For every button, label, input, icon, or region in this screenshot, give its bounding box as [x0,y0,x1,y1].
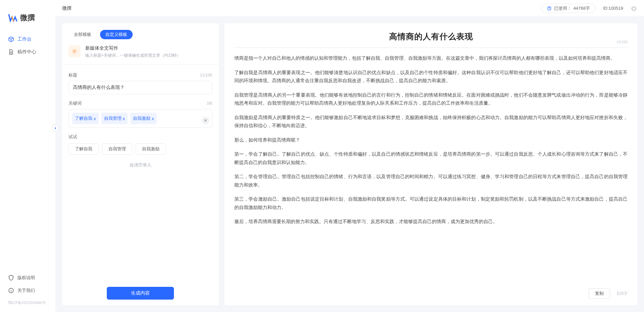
chip-remove-icon[interactable]: x [123,116,125,121]
output-paragraph: 最后，培养高情商需要长期的努力和实践。只有通过不断地学习、反思和实践，才能够提高… [234,217,628,226]
suggest-label: 试试 [68,134,77,140]
page-title: 微撰 [62,5,72,11]
auto-clear-toggle[interactable]: 自清空录入 [68,162,212,168]
output-title[interactable]: 高情商的人有什么表现 [234,31,628,42]
power-icon [631,5,637,11]
text-icon [547,6,552,11]
topbar: 微撰 已使用： 44768字 ID:100519 [55,0,644,17]
output-panel: 高情商的人有什么表现 10/100 情商是指一个人对自己和他人的情感的认知和管理… [224,23,638,306]
title-counter: 11/100 [200,73,212,77]
sidebar: 微撰 工作台 稿件中心 版权说明 [0,0,55,312]
sidebar-item-about[interactable]: 关于我们 [0,284,55,297]
usage-pill[interactable]: 已使用： 44768字 [541,4,596,13]
divider [62,64,219,65]
logo-text: 微撰 [20,13,35,23]
app-logo: 微撰 [0,5,55,33]
tab-custom-templates[interactable]: 自定义模板 [100,30,133,39]
template-desc: 输入标题+关键词，一键准确生成所需文章（约15秒） [85,53,181,58]
template-name: 新媒体全文写作 [85,45,181,51]
keyword-chip-text: 了解自我 [75,115,92,121]
chip-remove-icon[interactable]: x [152,116,154,121]
keyword-box[interactable]: 了解自我x 自我管理x 自我激励x [68,109,212,128]
keyword-label: 关键词 [68,100,82,106]
template-card[interactable]: 新媒体全文写作 输入标题+关键词，一键准确生成所需文章（约15秒） [62,45,219,63]
sidebar-item-drafts[interactable]: 稿件中心 [0,46,55,58]
usage-value: 44768字 [573,5,590,11]
output-body[interactable]: 情商是指一个人对自己和他人的情感的认知和管理能力，包括了解自我、自我管理、自我激… [234,54,628,285]
title-label: 标题 [68,72,77,78]
output-paragraph: 第二，学会管理自己。管理自己包括控制自己的情绪、行为和言语，以及管理自己的时间和… [234,172,628,189]
output-paragraph: 第一，学会了解自己。了解自己的优点、缺点、个性特质和偏好，以及自己的情感状态和情… [234,150,628,166]
output-paragraph: 那么，如何培养和提高情商呢？ [234,136,628,144]
user-id: ID:100519 [603,6,623,11]
sidebar-secondary: 版权说明 关于我们 [0,271,55,299]
suggest-chip[interactable]: 了解自我 [68,143,99,155]
output-paragraph: 了解自我是高情商人的重要表现之一。他们能够清楚地认识自己的优点和缺点，以及自己的… [234,68,628,85]
title-input[interactable] [68,81,212,94]
close-icon [203,118,208,122]
sidebar-item-workbench[interactable]: 工作台 [0,33,55,46]
keyword-chip-text: 自我激励 [133,115,150,121]
suggest-row: 了解自我 自我管理 自我激励 [68,143,212,155]
keyword-chip-text: 自我管理 [104,115,122,121]
logo-icon [8,13,17,22]
info-icon [8,288,14,294]
template-tabs: 全部模板 自定义模板 [62,30,219,45]
cube-icon [8,36,14,42]
power-button[interactable] [631,5,637,12]
sidebar-item-label: 版权说明 [17,275,35,281]
sidebar-item-copyright[interactable]: 版权说明 [0,271,55,284]
output-paragraph: 情商是指一个人对自己和他人的情感的认知和管理能力，包括了解自我、自我管理、自我激… [234,54,628,62]
collapse-toggle[interactable] [53,125,58,132]
copy-button[interactable]: 复制 [589,288,610,299]
sidebar-item-label: 关于我们 [17,288,35,294]
config-panel: 全部模板 自定义模板 新媒体全文写作 输入标题+关键词，一键准确生成所需文章（约… [61,23,219,306]
output-title-counter: 10/100 [616,40,628,44]
icp-footer: 鄂ICP备2022016946号 [0,299,55,307]
article-icon [72,48,78,54]
char-count: 515字 [617,291,628,297]
chevron-left-icon [54,126,57,130]
keyword-counter: 3/6 [206,101,212,106]
sidebar-item-label: 稿件中心 [17,49,36,55]
output-paragraph: 第三，学会激励自己。激励自己包括设定目标和计划、自我激励和自我奖励等方式。可以通… [234,195,628,211]
sidebar-item-label: 工作台 [17,36,32,42]
keyword-chip[interactable]: 了解自我x [72,113,99,124]
keyword-chip[interactable]: 自我激励x [130,113,157,124]
usage-label: 已使用： [554,5,571,11]
chip-remove-icon[interactable]: x [94,116,96,121]
output-paragraph: 自我管理是高情商人的另一个重要表现。他们能够有效地控制自己的言行和行为，控制自己… [234,91,628,107]
sidebar-nav: 工作台 稿件中心 [0,33,55,271]
generate-button[interactable]: 生成内容 [107,287,174,300]
output-paragraph: 自我激励是高情商人的重要特质之一。他们能够激励自己不断地追求目标和梦想，克服困难… [234,113,628,130]
tab-all-templates[interactable]: 全部模板 [68,30,97,39]
keyword-chip[interactable]: 自我管理x [101,113,128,124]
keyword-clear-button[interactable] [202,117,209,124]
suggest-chip[interactable]: 自我管理 [102,143,132,155]
shield-icon [8,275,14,281]
suggest-chip[interactable]: 自我激励 [136,143,166,155]
template-icon [68,45,81,57]
document-icon [8,49,14,55]
